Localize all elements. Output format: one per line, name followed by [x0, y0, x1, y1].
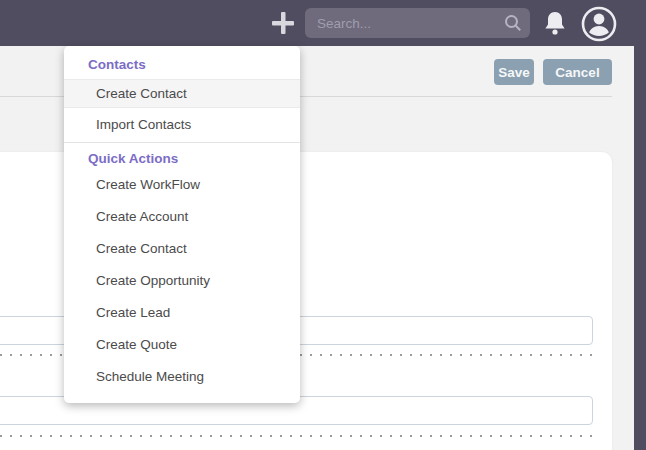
top-navbar: [0, 0, 646, 46]
quick-create-button[interactable]: [268, 9, 298, 39]
menu-item-create-opportunity[interactable]: Create Opportunity: [64, 265, 300, 297]
plus-icon: [272, 12, 294, 37]
quick-create-dropdown: Contacts Create Contact Import Contacts …: [64, 46, 300, 403]
global-search: [305, 8, 530, 38]
menu-item-create-workflow[interactable]: Create WorkFlow: [64, 169, 300, 201]
menu-item-import-contacts[interactable]: Import Contacts: [64, 108, 300, 143]
search-input[interactable]: [305, 8, 530, 38]
menu-item-create-lead[interactable]: Create Lead: [64, 297, 300, 329]
menu-item-create-contact-quick[interactable]: Create Contact: [64, 233, 300, 265]
notifications-button[interactable]: [542, 10, 568, 38]
dotted-field-separator-2: [0, 435, 592, 437]
dropdown-section-header-quick-actions: Quick Actions: [64, 143, 300, 169]
menu-item-create-account[interactable]: Create Account: [64, 201, 300, 233]
menu-item-schedule-meeting[interactable]: Schedule Meeting: [64, 361, 300, 393]
bell-icon: [543, 24, 567, 39]
right-edge-strip: [634, 46, 646, 450]
menu-item-create-contact[interactable]: Create Contact: [64, 79, 300, 108]
save-button[interactable]: Save: [494, 59, 534, 85]
search-icon: [504, 14, 522, 36]
dropdown-section-header-contacts: Contacts: [64, 46, 300, 79]
cancel-button[interactable]: Cancel: [543, 59, 612, 85]
menu-item-create-quote[interactable]: Create Quote: [64, 329, 300, 361]
user-avatar-icon: [580, 31, 618, 46]
user-menu-button[interactable]: [580, 5, 618, 43]
